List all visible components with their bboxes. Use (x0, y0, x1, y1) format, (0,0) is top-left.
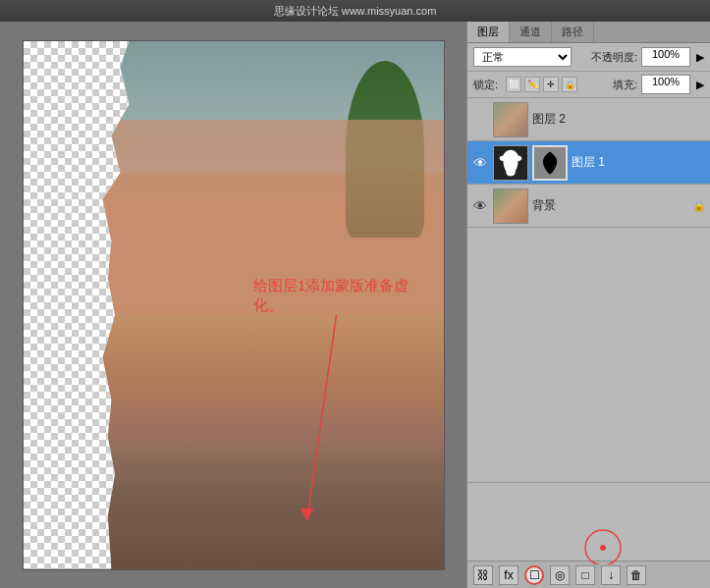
tab-layers[interactable]: 图层 (467, 22, 510, 42)
group-btn[interactable]: □ (575, 565, 595, 585)
lock-all-btn[interactable]: 🔒 (562, 77, 577, 92)
canvas-area: 给图层1添加蒙版准备虚 化。 (0, 22, 466, 588)
svg-point-6 (600, 545, 606, 551)
layer-name: 图层 1 (572, 154, 706, 171)
lock-icon: 🔒 (692, 199, 706, 213)
canvas-image: 给图层1添加蒙版准备虚 化。 (23, 40, 445, 570)
layer-thumbnail (493, 102, 528, 137)
layer-item[interactable]: 👁 图层 1 (467, 141, 710, 185)
eye-icon[interactable]: 👁 (471, 197, 489, 215)
layer-item[interactable]: 👁 背景 🔒 (467, 185, 710, 228)
opacity-value[interactable]: 100% (641, 47, 690, 67)
layer-thumbnail (493, 188, 528, 224)
adjustment-btn[interactable]: ◎ (550, 565, 570, 585)
mask-icon (534, 145, 566, 181)
layer-thumbnail (493, 145, 528, 181)
main-area: 给图层1添加蒙版准备虚 化。 图层 通道 路径 正常 溶解 正片叠底 不透明度:… (0, 22, 710, 588)
layer-style-btn[interactable]: fx (499, 565, 519, 585)
lock-paint-btn[interactable]: ✏️ (524, 77, 540, 92)
opacity-arrow[interactable]: ▶ (696, 51, 704, 64)
opacity-label: 不透明度: (591, 50, 637, 65)
title-bar: 思缘设计论坛 www.missyuan.com (0, 0, 710, 22)
lock-icons: ⬜ ✏️ ✛ 🔒 (506, 77, 577, 92)
tab-channels[interactable]: 通道 (510, 22, 552, 42)
lock-label: 锁定: (473, 78, 498, 92)
new-layer-btn[interactable]: ↓ (601, 565, 621, 585)
blend-mode-select[interactable]: 正常 溶解 正片叠底 (473, 47, 572, 67)
layer-name: 图层 2 (532, 111, 706, 128)
panel-tabs: 图层 通道 路径 (467, 22, 710, 43)
eye-icon[interactable] (471, 111, 489, 129)
lock-position-btn[interactable]: ✛ (543, 77, 559, 92)
delete-layer-btn[interactable]: 🗑 (627, 565, 646, 585)
lock-transparent-btn[interactable]: ⬜ (506, 77, 521, 92)
layer-name: 背景 (532, 197, 688, 214)
blend-mode-row: 正常 溶解 正片叠底 不透明度: 100% ▶ (467, 43, 710, 72)
fill-arrow[interactable]: ▶ (696, 79, 704, 91)
lock-row: 锁定: ⬜ ✏️ ✛ 🔒 填充: 100% ▶ (467, 72, 710, 98)
layers-panel: 图层 通道 路径 正常 溶解 正片叠底 不透明度: 100% ▶ 锁定: ⬜ ✏… (466, 22, 710, 588)
eye-icon[interactable]: 👁 (471, 154, 489, 172)
layer-mask-thumbnail (532, 145, 568, 181)
lion-silhouette (494, 145, 527, 181)
layer-item[interactable]: 图层 2 (467, 98, 710, 141)
fill-label: 填充: (613, 78, 637, 92)
layers-list: 图层 2 👁 图层 1 (467, 98, 710, 482)
title-text: 思缘设计论坛 www.missyuan.com (274, 4, 437, 19)
add-mask-btn[interactable]: ☐ (524, 565, 544, 585)
link-layers-btn[interactable]: ⛓ (473, 565, 493, 585)
fill-value[interactable]: 100% (641, 75, 690, 94)
tab-paths[interactable]: 路径 (552, 22, 594, 42)
panel-annotation-svg (475, 491, 710, 564)
